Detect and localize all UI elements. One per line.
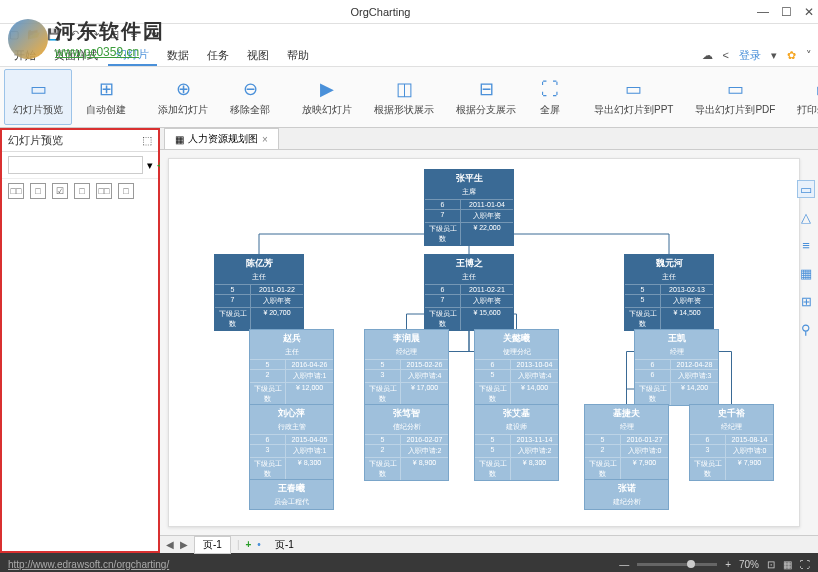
collapse-icon[interactable]: ˅ [806, 49, 812, 62]
calendar-icon[interactable]: ▦ [797, 264, 815, 282]
tab-label: 人力资源规划图 [188, 132, 258, 146]
node-title: 行政主管 [250, 422, 333, 434]
tab-close-icon[interactable]: × [262, 134, 268, 145]
menu-slides[interactable]: 幻灯片 [108, 45, 157, 66]
org-node[interactable]: 张笃智信纪分析52016-02-072入职申请:2下级员工数¥ 8,900 [364, 404, 449, 481]
org-node[interactable]: 李润晨经纪理52015-02-263入职申请:4下级员工数¥ 17,000 [364, 329, 449, 406]
by-shape-button[interactable]: ◫根据形状展示 [366, 69, 442, 125]
fullscreen-button[interactable]: ⛶全屏 [530, 69, 570, 125]
ribbon-label: 添加幻灯片 [158, 103, 208, 117]
org-node[interactable]: 王凯经理62012-04-286入职申请:3下级员工数¥ 14,200 [634, 329, 719, 406]
page-prev-icon[interactable]: ◀ [166, 539, 174, 550]
marker-icon[interactable]: △ [797, 208, 815, 226]
dropdown-icon[interactable]: ▾ [147, 159, 153, 172]
node-name: 张笃智 [365, 405, 448, 422]
org-node[interactable]: 王博之主任62011-02-217入职年资下级员工数¥ 15,600 [424, 254, 514, 331]
node-title: 便理分纪 [475, 347, 558, 359]
by-shape-icon: ◫ [392, 77, 416, 101]
zoom-out-icon[interactable]: — [619, 559, 629, 570]
menu-view[interactable]: 视图 [239, 46, 277, 65]
cloud-icon[interactable]: ☁ [702, 49, 713, 62]
menu-help[interactable]: 帮助 [279, 46, 317, 65]
print-slide-button[interactable]: ⎙打印幻灯片 [789, 69, 818, 125]
tree-icon[interactable]: ⊞ [797, 292, 815, 310]
maximize-icon[interactable]: ☐ [781, 5, 792, 19]
sidebar-title: 幻灯片预览 [8, 133, 63, 148]
org-node[interactable]: 史千裕经纪理62015-08-143入职申请:0下级员工数¥ 7,900 [689, 404, 774, 481]
canvas[interactable]: 张平生主席62011-01-047入职年资下级员工数¥ 22,000陈亿芳主任5… [160, 150, 818, 535]
save-icon[interactable]: 💾 [46, 26, 62, 42]
org-chart: 张平生主席62011-01-047入职年资下级员工数¥ 22,000陈亿芳主任5… [169, 159, 799, 526]
org-node[interactable]: 关懿曦便理分纪62013-10-045入职申请:4下级员工数¥ 14,000 [474, 329, 559, 406]
grid-icon[interactable]: ▦ [783, 559, 792, 570]
open-icon[interactable]: 📂 [26, 26, 42, 42]
login-link[interactable]: 登录 [739, 48, 761, 63]
node-name: 刘心萍 [250, 405, 333, 422]
org-node[interactable]: 张艾基建设师52013-11-145入职申请:2下级员工数¥ 8,300 [474, 404, 559, 481]
titlebar: OrgCharting — ☐ ✕ [0, 0, 818, 24]
menu-tasks[interactable]: 任务 [199, 46, 237, 65]
slide-preview-button[interactable]: ▭幻灯片预览 [4, 69, 72, 125]
org-node[interactable]: 赵兵主任52016-04-262入职申请:1下级员工数¥ 12,000 [249, 329, 334, 406]
sidebar-view-icon-5[interactable]: □ [118, 183, 134, 199]
add-page-icon[interactable]: + [246, 539, 252, 550]
sidebar-view-icon-0[interactable]: □□ [8, 183, 24, 199]
zoom-slider[interactable] [637, 563, 717, 566]
sidebar-view-icon-1[interactable]: □ [30, 183, 46, 199]
user-dropdown-icon[interactable]: ▾ [771, 49, 777, 62]
ribbon-label: 幻灯片预览 [13, 103, 63, 117]
org-node[interactable]: 魏元河主任52013-02-135入职年资下级员工数¥ 14,500 [624, 254, 714, 331]
sidebar-view-icon-4[interactable]: □□ [96, 183, 112, 199]
page-tab-left[interactable]: 页-1 [194, 536, 231, 554]
dropdown-icon[interactable]: ▾ [146, 26, 162, 42]
org-node[interactable]: 张诺建纪分析 [584, 479, 669, 510]
by-branch-button[interactable]: ⊟根据分支展示 [448, 69, 524, 125]
play-slide-button[interactable]: ▶放映幻灯片 [294, 69, 360, 125]
search-icon[interactable]: ⚲ [797, 320, 815, 338]
new-icon[interactable]: ▢ [6, 26, 22, 42]
close-icon[interactable]: ✕ [804, 5, 814, 19]
org-node[interactable]: 陈亿芳主任52011-01-227入职年资下级员工数¥ 20,700 [214, 254, 304, 331]
minimize-icon[interactable]: — [757, 5, 769, 19]
redo-icon[interactable]: ↷ [86, 26, 102, 42]
status-url[interactable]: http://www.edrawsoft.cn/orgcharting/ [8, 559, 609, 570]
menu-page-style[interactable]: 页面样式 [46, 46, 106, 65]
undo-icon[interactable]: ↶ [66, 26, 82, 42]
node-name: 史千裕 [690, 405, 773, 422]
pin-icon[interactable]: ⬚ [142, 134, 152, 147]
card-icon[interactable]: ▭ [797, 180, 815, 198]
app-title: OrgCharting [4, 6, 757, 18]
menu-data[interactable]: 数据 [159, 46, 197, 65]
org-node[interactable]: 刘心萍行政主管62015-04-053入职申请:1下级员工数¥ 8,300 [249, 404, 334, 481]
node-name: 王博之 [425, 255, 513, 272]
share-icon[interactable]: < [723, 49, 729, 61]
window-controls: — ☐ ✕ [757, 5, 814, 19]
zoom-in-icon[interactable]: + [725, 559, 731, 570]
add-slide-button[interactable]: ⊕添加幻灯片 [150, 69, 216, 125]
page-next-icon[interactable]: ▶ [180, 539, 188, 550]
page-tab-right[interactable]: 页-1 [267, 537, 302, 553]
export-pdf-button[interactable]: ▭导出幻灯片到PDF [687, 69, 783, 125]
flower-icon[interactable]: ✿ [787, 49, 796, 62]
fit-icon[interactable]: ⊡ [767, 559, 775, 570]
document-tab[interactable]: ▦ 人力资源规划图 × [164, 128, 279, 149]
fullscreen-icon[interactable]: ⛶ [800, 559, 810, 570]
list-icon[interactable]: ≡ [797, 236, 815, 254]
slide-name-input[interactable] [8, 156, 143, 174]
layout-icon[interactable]: ⊞ [106, 26, 122, 42]
ribbon-label: 放映幻灯片 [302, 103, 352, 117]
sidebar-view-icon-3[interactable]: □ [74, 183, 90, 199]
org-node[interactable]: 王春曦员会工程代 [249, 479, 334, 510]
remove-all-button[interactable]: ⊖移除全部 [222, 69, 278, 125]
sidebar-toolbar: ▾ + ↻ [2, 152, 158, 179]
menu-start[interactable]: 开始 [6, 46, 44, 65]
org-node[interactable]: 张平生主席62011-01-047入职年资下级员工数¥ 22,000 [424, 169, 514, 246]
list-icon[interactable]: ≡ [126, 26, 142, 42]
ribbon-label: 根据分支展示 [456, 103, 516, 117]
sidebar-view-icon-2[interactable]: ☑ [52, 183, 68, 199]
export-ppt-icon: ▭ [622, 77, 646, 101]
statusbar: http://www.edrawsoft.cn/orgcharting/ — +… [0, 553, 818, 572]
org-node[interactable]: 基捷夫经理52016-01-272入职申请:0下级员工数¥ 7,900 [584, 404, 669, 481]
auto-create-button[interactable]: ⊞自动创建 [78, 69, 134, 125]
export-ppt-button[interactable]: ▭导出幻灯片到PPT [586, 69, 681, 125]
